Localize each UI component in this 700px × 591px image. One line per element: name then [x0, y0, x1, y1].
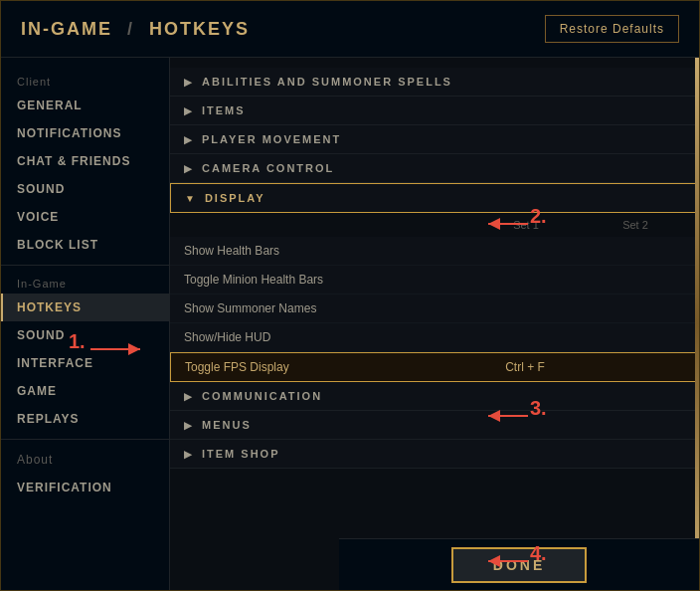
sidebar-item-hotkeys[interactable]: HOTKEYS	[1, 294, 169, 321]
section-item-shop[interactable]: ▶ ITEM SHOP	[170, 440, 699, 469]
section-label-item-shop: ITEM SHOP	[202, 448, 280, 460]
row-label-toggle-fps: Toggle FPS Display	[185, 360, 465, 374]
header-title: IN-GAME / HOTKEYS	[21, 19, 250, 40]
section-abilities[interactable]: ▶ ABILITIES AND SUMMONER SPELLS	[170, 68, 699, 97]
section-label-menus: MENUS	[202, 419, 252, 431]
row-label-show-summoner: Show Summoner Names	[184, 301, 466, 315]
section-label-communication: COMMUNICATION	[202, 390, 322, 402]
sidebar-item-chat-friends[interactable]: CHAT & FRIENDS	[1, 147, 169, 175]
sidebar-item-voice[interactable]: VOICE	[1, 203, 169, 231]
section-label-camera: CAMERA CONTROL	[202, 162, 334, 174]
footer: DONE	[339, 538, 699, 590]
sidebar-item-sound-client[interactable]: SOUND	[1, 175, 169, 203]
sidebar-item-interface[interactable]: INTERFACE	[1, 349, 169, 377]
row-toggle-fps[interactable]: Toggle FPS Display Ctrl + F	[170, 352, 699, 382]
section-arrow-items: ▶	[184, 105, 194, 116]
row-show-summoner-names[interactable]: Show Summoner Names	[170, 295, 699, 323]
row-label-show-health-bars: Show Health Bars	[184, 244, 466, 258]
section-arrow-abilities: ▶	[184, 77, 194, 88]
row-label-toggle-minion: Toggle Minion Health Bars	[184, 273, 466, 287]
sidebar-divider	[1, 265, 169, 266]
section-arrow-camera: ▶	[184, 163, 194, 174]
section-label-abilities: ABILITIES AND SUMMONER SPELLS	[202, 76, 452, 88]
breadcrumb-separator: /	[127, 19, 141, 39]
sidebar-item-general[interactable]: GENERAL	[1, 92, 169, 119]
breadcrumb-part2: HOTKEYS	[149, 19, 250, 39]
row-label-show-hide-hud: Show/Hide HUD	[184, 330, 466, 344]
sidebar: Client GENERAL NOTIFICATIONS CHAT & FRIE…	[1, 58, 170, 590]
section-arrow-communication: ▶	[184, 391, 194, 402]
sidebar-item-about[interactable]: About	[1, 446, 169, 474]
col-header-name	[184, 219, 466, 231]
section-arrow-player-movement: ▶	[184, 134, 194, 145]
sidebar-item-sound-ingame[interactable]: SOUND	[1, 321, 169, 349]
gold-border	[695, 58, 699, 590]
row-set1-toggle-fps[interactable]: Ctrl + F	[465, 360, 585, 374]
section-display[interactable]: ▼ DISPLAY	[170, 183, 699, 213]
section-arrow-item-shop: ▶	[184, 449, 194, 460]
section-items[interactable]: ▶ ITEMS	[170, 97, 699, 125]
section-arrow-display: ▼	[185, 193, 197, 204]
section-communication[interactable]: ▶ COMMUNICATION	[170, 382, 699, 411]
section-label-player-movement: PLAYER MOVEMENT	[202, 133, 341, 145]
in-game-section-label: In-Game	[1, 272, 169, 294]
app-container: IN-GAME / HOTKEYS Restore Defaults Clien…	[0, 0, 700, 591]
section-arrow-menus: ▶	[184, 420, 194, 431]
breadcrumb-part1: IN-GAME	[21, 19, 112, 39]
header: IN-GAME / HOTKEYS Restore Defaults	[1, 1, 699, 58]
section-camera-control[interactable]: ▶ CAMERA CONTROL	[170, 154, 699, 183]
row-show-health-bars[interactable]: Show Health Bars	[170, 237, 699, 266]
restore-defaults-button[interactable]: Restore Defaults	[545, 15, 679, 43]
sidebar-item-game[interactable]: GAME	[1, 377, 169, 405]
sidebar-item-replays[interactable]: REPLAYS	[1, 405, 169, 433]
client-section-label: Client	[1, 70, 169, 92]
content-area: ▶ ABILITIES AND SUMMONER SPELLS ▶ ITEMS …	[170, 58, 699, 590]
section-label-display: DISPLAY	[205, 192, 265, 204]
main-layout: Client GENERAL NOTIFICATIONS CHAT & FRIE…	[1, 58, 699, 590]
sidebar-item-verification[interactable]: VERIFICATION	[1, 474, 169, 501]
section-player-movement[interactable]: ▶ PLAYER MOVEMENT	[170, 125, 699, 154]
done-button[interactable]: DONE	[451, 547, 587, 583]
sidebar-divider-2	[1, 439, 169, 440]
col-header-set2: Set 2	[586, 219, 685, 231]
row-toggle-minion[interactable]: Toggle Minion Health Bars	[170, 266, 699, 295]
section-menus[interactable]: ▶ MENUS	[170, 411, 699, 440]
sidebar-item-notifications[interactable]: NOTIFICATIONS	[1, 119, 169, 147]
col-header-set1: Set 1	[466, 219, 586, 231]
row-show-hide-hud[interactable]: Show/Hide HUD	[170, 323, 699, 352]
section-label-items: ITEMS	[202, 104, 246, 116]
sidebar-item-block-list[interactable]: BLOCK LIST	[1, 231, 169, 259]
table-headers: Set 1 Set 2	[170, 213, 699, 237]
